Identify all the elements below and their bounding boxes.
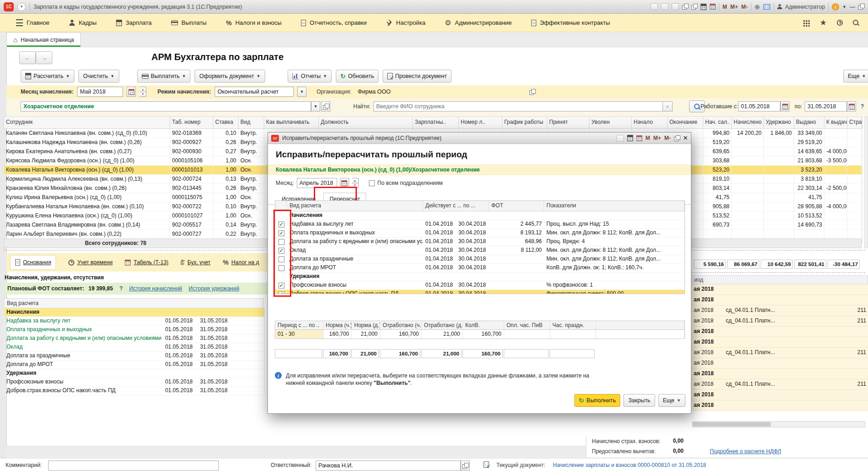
global-search-icon[interactable]: [853, 20, 859, 26]
chevron-down-icon[interactable]: ▼: [311, 101, 320, 111]
row-checkbox[interactable]: [278, 239, 284, 245]
clear-button[interactable]: Очистить▼: [78, 70, 119, 83]
memory-m-button[interactable]: М: [645, 135, 650, 141]
menu-item-reports[interactable]: Отчетность, справки: [291, 14, 376, 32]
chevron-down-icon[interactable]: ▼: [297, 87, 306, 97]
column-header[interactable]: Отработано (ч.): [380, 321, 422, 329]
calc-type-row[interactable]: Доплата за праздничные01.05.201831.05.20…: [4, 352, 264, 361]
month-field[interactable]: Апрель 2018: [297, 178, 337, 188]
calc-type-row[interactable]: Начисления: [4, 308, 264, 317]
deduction-history-link[interactable]: История удержаний: [189, 285, 239, 292]
calc-type-row[interactable]: Доплата до МРОТ01.05.201831.05.2018: [4, 361, 264, 369]
column-header[interactable]: Как выплачивать: [264, 117, 319, 128]
calc-type-row[interactable]: Добров.страх.взносы ОПС накоп.часть ПД01…: [4, 387, 264, 395]
column-header[interactable]: Начало: [632, 117, 668, 128]
tab-home-page[interactable]: ⌂ Начальная страница: [6, 32, 81, 47]
column-header[interactable]: КолВ.: [463, 321, 504, 329]
user-name[interactable]: Администратор: [785, 4, 825, 10]
pay-button[interactable]: Выплатить▼: [137, 70, 191, 83]
column-header[interactable]: Норма (д.): [352, 321, 380, 329]
calc-type-row[interactable]: Надбавка за выслугу лет01.05.201831.05.2…: [4, 317, 264, 326]
tab-time-tracking[interactable]: Учет времени: [68, 259, 112, 266]
column-header[interactable]: Ставка: [213, 117, 239, 128]
document-row[interactable]: ая 2018сд_04.01.1 Платн...211: [692, 316, 868, 327]
column-header[interactable]: Начислено: [732, 117, 764, 128]
memory-mminus-button[interactable]: М-: [741, 4, 748, 10]
calculator-icon[interactable]: [627, 135, 633, 141]
responsible-field[interactable]: Рачкова Н.И.: [316, 461, 461, 471]
execute-button[interactable]: ↻Выполнить: [574, 394, 621, 407]
column-header[interactable]: График работы: [502, 117, 547, 128]
more-button[interactable]: Еще▼: [843, 70, 868, 83]
calc-type-row[interactable]: Оплата праздничных и выходных01.05.20183…: [4, 326, 264, 334]
calc-type-row[interactable]: Оклад01.05.201831.05.2018: [4, 343, 264, 352]
recalc-row[interactable]: Начисления: [275, 211, 684, 220]
recalc-row[interactable]: Доплата за праздничные01.04.201830.04.20…: [275, 255, 684, 264]
recalc-row[interactable]: ✓Добров.страх.взносы ОПС накоп.часть ПД0…: [275, 290, 684, 294]
column-header[interactable]: Удержано: [764, 117, 794, 128]
splitter[interactable]: [692, 272, 865, 273]
dialog-more-button[interactable]: Еще▼: [658, 394, 685, 407]
column-header[interactable]: Сотрудник: [4, 117, 170, 128]
recalc-row[interactable]: ✓Профсоюзные взносы01.04.201830.04.2018%…: [275, 281, 684, 290]
document-row[interactable]: ая 2018сд_04.01.1 Платн...211: [692, 305, 868, 316]
print-icon[interactable]: [661, 3, 668, 10]
calendar-icon[interactable]: [340, 178, 349, 188]
get-link-icon[interactable]: [691, 4, 697, 10]
column-header[interactable]: Окончание: [668, 117, 703, 128]
document-row[interactable]: ая 2018: [692, 327, 868, 337]
recalc-row[interactable]: Удержания: [275, 272, 684, 281]
close-button[interactable]: Закрыть: [623, 394, 655, 407]
help-icon[interactable]: ?: [861, 103, 864, 110]
column-header[interactable]: Страх..: [847, 117, 862, 128]
month-stepper[interactable]: ▲▼: [352, 178, 359, 188]
column-header[interactable]: Вид расчета: [287, 201, 423, 211]
open-link-icon[interactable]: [321, 101, 330, 111]
calendar-icon[interactable]: [780, 101, 790, 111]
calculate-button[interactable]: Рассчитать▼: [21, 70, 74, 83]
document-row[interactable]: ая 2018: [692, 337, 868, 348]
add-link-icon[interactable]: [682, 4, 688, 10]
worked-to-field[interactable]: 31.05.2018: [805, 101, 847, 111]
column-header[interactable]: ФОТ: [489, 201, 544, 211]
save-icon[interactable]: [651, 3, 658, 10]
split-window-icon[interactable]: [763, 4, 770, 10]
current-doc-link[interactable]: Начисление зарплаты и взносов 0000-00081…: [553, 462, 706, 468]
search-input[interactable]: [373, 101, 672, 111]
column-header[interactable]: Отработано (д.): [422, 321, 463, 329]
row-checkbox[interactable]: ✓: [278, 248, 284, 254]
calendar-icon[interactable]: [127, 87, 136, 97]
refresh-button[interactable]: ↻Обновить: [336, 70, 378, 83]
accrual-month-field[interactable]: Май 2018: [77, 87, 123, 97]
info-icon[interactable]: i: [832, 3, 839, 11]
document-row[interactable]: ая 2018: [692, 390, 868, 400]
row-checkbox[interactable]: ✓: [278, 222, 284, 228]
calculator-icon[interactable]: [701, 4, 707, 10]
column-header[interactable]: Должность: [319, 117, 413, 128]
month-stepper[interactable]: ▲▼: [139, 87, 146, 97]
comment-input[interactable]: [48, 461, 219, 471]
restore-button[interactable]: [858, 4, 864, 10]
calc-type-row[interactable]: Доплата за работу с вредными и (или) опа…: [4, 334, 264, 343]
column-header[interactable]: Выдано: [794, 117, 824, 128]
memory-mplus-button[interactable]: М+: [653, 135, 661, 141]
clear-search-icon[interactable]: x: [662, 101, 673, 111]
menu-item-hr[interactable]: Кадры: [59, 14, 106, 32]
column-header[interactable]: Действует с ... по ...: [423, 201, 489, 211]
column-header[interactable]: Уволен: [590, 117, 632, 128]
column-header[interactable]: Зарплатны..: [413, 117, 459, 128]
vertical-scrollbar[interactable]: [864, 116, 868, 248]
tab-income-tax[interactable]: %Налог на д: [223, 259, 259, 266]
tab-timesheet[interactable]: Табель (Т-13): [125, 259, 168, 266]
calendar-icon[interactable]: [710, 4, 716, 10]
accrual-mode-select[interactable]: Окончательный расчет: [215, 87, 294, 97]
column-header[interactable]: Таб. номер: [170, 117, 213, 128]
main-menu-dropdown-icon[interactable]: ▼: [17, 3, 26, 11]
zoom-icon[interactable]: ⊕: [755, 4, 760, 10]
row-checkbox[interactable]: ✓: [278, 230, 284, 236]
menu-item-main[interactable]: Главное: [6, 14, 59, 32]
scrollbar-thumb[interactable]: [693, 422, 771, 427]
column-header[interactable]: К выдаче: [824, 117, 847, 128]
document-row[interactable]: ая 2018сд_04.01.1 Платн...211: [692, 379, 868, 390]
column-header[interactable]: Принят: [547, 117, 590, 128]
